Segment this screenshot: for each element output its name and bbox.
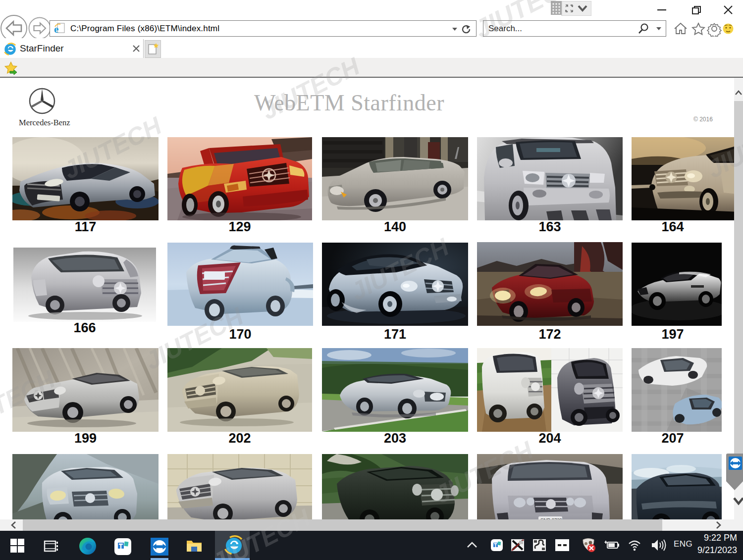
svg-text:Mercedes-Benz: Mercedes-Benz	[19, 118, 70, 127]
